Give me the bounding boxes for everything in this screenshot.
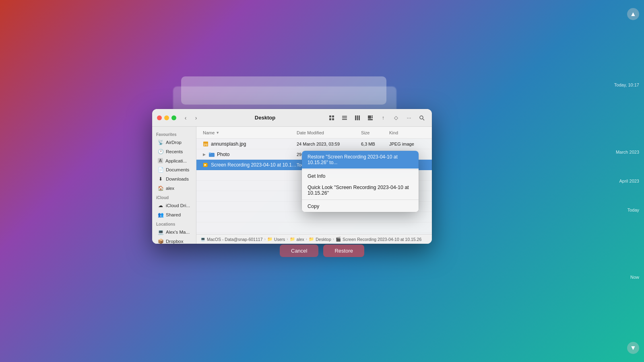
svg-rect-11 — [372, 115, 373, 117]
sidebar-item-applications[interactable]: A Applicati... — [154, 156, 194, 165]
svg-point-14 — [420, 116, 423, 119]
svg-rect-0 — [329, 115, 331, 117]
sidebar-item-icloud-drive[interactable]: ☁ iCloud Dri... — [154, 201, 194, 210]
sidebar-item-alexs-mac[interactable]: 💻 Alex's Ma... — [154, 228, 194, 237]
svg-rect-2 — [329, 118, 331, 120]
forward-button[interactable]: › — [192, 113, 200, 122]
col-header-kind[interactable]: Kind — [389, 130, 425, 135]
video-file-icon — [203, 162, 208, 168]
folder-icon — [209, 152, 215, 157]
timeline-months: March 2023 April 2023 Today — [616, 150, 639, 212]
file-name-cell: ▶ Photo — [203, 152, 297, 157]
icloud-label: iCloud — [152, 193, 196, 201]
minimize-button[interactable] — [164, 115, 169, 120]
favourites-label: Favourites — [152, 130, 196, 138]
timeline-month-1: March 2023 — [616, 150, 639, 154]
sidebar-item-shared[interactable]: 👥 Shared — [154, 210, 194, 219]
sidebar-item-alex[interactable]: 🏠 alex — [154, 184, 194, 193]
sidebar-item-downloads[interactable]: ⬇ Downloads — [154, 175, 194, 183]
airdrop-icon: 📡 — [158, 140, 163, 145]
timeline-up-button[interactable]: ▲ — [627, 8, 639, 20]
file-kind: JPEG image — [389, 142, 425, 146]
sidebar-item-airdrop[interactable]: 📡 AirDrop — [154, 138, 194, 147]
mac-icon: 💻 — [158, 229, 163, 235]
file-name-cell: jpg annunsplash.jpg — [203, 141, 297, 147]
sidebar-item-dropbox[interactable]: 📦 Dropbox — [154, 237, 194, 244]
more-button[interactable]: ··· — [404, 113, 414, 123]
status-alex-icon: 📁 — [290, 237, 295, 242]
dropbox-icon: 📦 — [158, 239, 163, 244]
svg-rect-5 — [342, 117, 347, 118]
status-desktop-icon: 📁 — [309, 237, 314, 242]
window-titlebar: ‹ › Desktop — [152, 109, 432, 127]
file-name-text: annunsplash.jpg — [211, 141, 246, 147]
col-header-size[interactable]: Size — [361, 130, 389, 135]
file-date: 24 March 2023, 03:59 — [297, 142, 361, 146]
traffic-lights — [157, 115, 176, 120]
file-name-text: Screen Recording 2023-04-10 at 10.15.26 — [211, 162, 297, 168]
status-recording-icon: 🎬 — [336, 237, 341, 242]
svg-rect-24 — [207, 165, 208, 166]
status-mac-icon: 💻 — [200, 237, 205, 241]
shared-icon: 👥 — [158, 212, 163, 218]
svg-rect-9 — [359, 115, 360, 120]
svg-rect-13 — [368, 119, 373, 120]
status-desktop-label: Desktop — [316, 237, 331, 242]
file-size: 6,3 MB — [361, 142, 389, 146]
maximize-button[interactable] — [171, 115, 176, 120]
tag-button[interactable]: ◇ — [391, 113, 401, 123]
search-button[interactable] — [417, 113, 427, 123]
timeline-top-label: Today, 10:17 — [614, 82, 639, 87]
sidebar-item-recents[interactable]: 🕐 Recents — [154, 147, 194, 156]
file-name-text: Photo — [217, 152, 229, 157]
breadcrumb-sep: › — [264, 237, 265, 241]
col-header-date[interactable]: Date Modified — [297, 130, 361, 135]
status-users-icon: 📁 — [267, 237, 272, 242]
sidebar: Favourites 📡 AirDrop 🕐 Recents A Applica… — [152, 127, 196, 244]
context-menu-divider-2 — [302, 200, 419, 200]
context-menu-get-info[interactable]: Get Info — [302, 171, 419, 182]
svg-text:jpg: jpg — [203, 143, 207, 146]
view-icons-button[interactable] — [326, 113, 337, 123]
sidebar-item-documents[interactable]: 📄 Documents — [154, 165, 194, 174]
view-gallery-button[interactable] — [365, 113, 376, 123]
view-list-button[interactable] — [339, 113, 350, 123]
context-menu-copy[interactable]: Copy — [302, 201, 419, 212]
sidebar-item-alexs-mac-label: Alex's Ma... — [166, 230, 190, 234]
timeline-month-2: April 2023 — [619, 179, 639, 183]
column-headers: Name ▼ Date Modified Size Kind — [196, 127, 432, 139]
context-menu-divider — [302, 169, 419, 170]
col-header-name[interactable]: Name ▼ — [203, 130, 297, 135]
icloud-drive-icon: ☁ — [158, 203, 163, 208]
downloads-icon: ⬇ — [158, 176, 163, 182]
cancel-button[interactable]: Cancel — [280, 245, 318, 257]
restore-button[interactable]: Restore — [323, 245, 364, 257]
sidebar-item-dropbox-label: Dropbox — [166, 239, 183, 244]
status-users-label: Users — [274, 237, 285, 242]
back-button[interactable]: ‹ — [181, 113, 190, 122]
svg-rect-8 — [357, 115, 358, 120]
sidebar-item-recents-label: Recents — [166, 149, 183, 154]
table-row[interactable]: jpg annunsplash.jpg 24 March 2023, 03:59… — [196, 139, 432, 149]
timeline-today: Today — [627, 208, 639, 212]
window-title: Desktop — [204, 115, 326, 121]
sidebar-item-documents-label: Documents — [166, 167, 189, 172]
close-button[interactable] — [157, 115, 162, 120]
view-columns-button[interactable] — [352, 113, 363, 123]
share-button[interactable]: ↑ — [378, 113, 388, 123]
svg-rect-10 — [368, 115, 371, 119]
svg-rect-12 — [372, 117, 373, 118]
alex-home-icon: 🏠 — [158, 185, 163, 191]
documents-icon: 📄 — [158, 167, 163, 173]
sidebar-item-alex-label: alex — [166, 186, 174, 191]
empty-row — [196, 222, 432, 233]
sort-arrow: ▼ — [216, 131, 219, 135]
recents-icon: 🕐 — [158, 149, 163, 154]
context-menu-quick-look[interactable]: Quick Look "Screen Recording 2023-04-10 … — [302, 182, 419, 199]
status-mac-label: MacOS - Data@snap-601117 — [207, 237, 262, 242]
svg-rect-1 — [332, 115, 334, 117]
status-alex-label: alex — [297, 237, 304, 242]
timeline-down-button[interactable]: ▼ — [627, 342, 639, 354]
svg-rect-20 — [209, 152, 211, 154]
applications-icon: A — [158, 158, 163, 163]
